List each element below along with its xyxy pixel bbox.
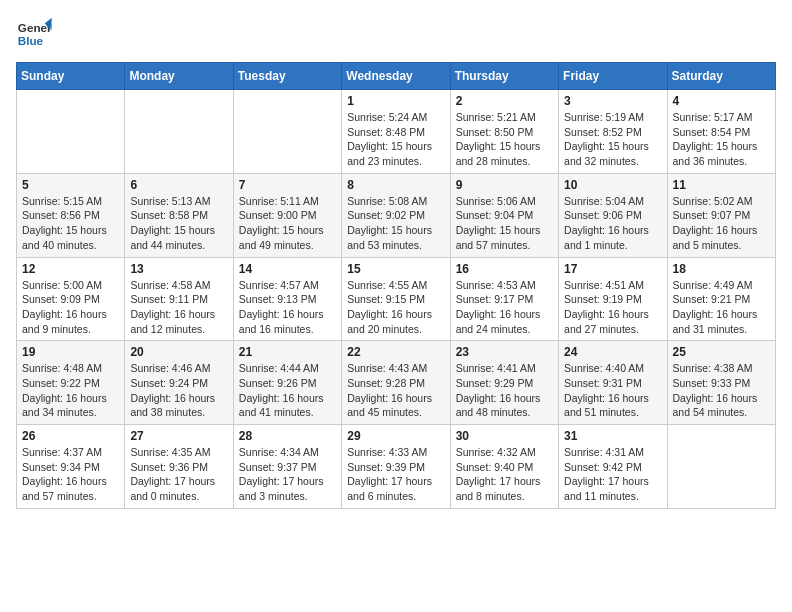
day-of-week-header: Monday	[125, 63, 233, 90]
day-info: Sunrise: 5:17 AM Sunset: 8:54 PM Dayligh…	[673, 110, 770, 169]
calendar-day-cell: 13Sunrise: 4:58 AM Sunset: 9:11 PM Dayli…	[125, 257, 233, 341]
calendar-day-cell: 2Sunrise: 5:21 AM Sunset: 8:50 PM Daylig…	[450, 90, 558, 174]
calendar-day-cell: 31Sunrise: 4:31 AM Sunset: 9:42 PM Dayli…	[559, 425, 667, 509]
day-number: 28	[239, 429, 336, 443]
day-info: Sunrise: 5:06 AM Sunset: 9:04 PM Dayligh…	[456, 194, 553, 253]
day-number: 16	[456, 262, 553, 276]
day-info: Sunrise: 4:40 AM Sunset: 9:31 PM Dayligh…	[564, 361, 661, 420]
day-info: Sunrise: 4:41 AM Sunset: 9:29 PM Dayligh…	[456, 361, 553, 420]
day-info: Sunrise: 5:24 AM Sunset: 8:48 PM Dayligh…	[347, 110, 444, 169]
day-info: Sunrise: 4:48 AM Sunset: 9:22 PM Dayligh…	[22, 361, 119, 420]
day-info: Sunrise: 4:38 AM Sunset: 9:33 PM Dayligh…	[673, 361, 770, 420]
calendar-day-cell: 24Sunrise: 4:40 AM Sunset: 9:31 PM Dayli…	[559, 341, 667, 425]
day-info: Sunrise: 4:55 AM Sunset: 9:15 PM Dayligh…	[347, 278, 444, 337]
calendar-day-cell: 27Sunrise: 4:35 AM Sunset: 9:36 PM Dayli…	[125, 425, 233, 509]
calendar-day-cell: 4Sunrise: 5:17 AM Sunset: 8:54 PM Daylig…	[667, 90, 775, 174]
day-info: Sunrise: 5:13 AM Sunset: 8:58 PM Dayligh…	[130, 194, 227, 253]
calendar-day-cell: 12Sunrise: 5:00 AM Sunset: 9:09 PM Dayli…	[17, 257, 125, 341]
day-number: 18	[673, 262, 770, 276]
calendar-day-cell	[667, 425, 775, 509]
calendar-day-cell	[125, 90, 233, 174]
logo-icon: General Blue	[16, 16, 52, 52]
day-number: 24	[564, 345, 661, 359]
calendar-week-row: 1Sunrise: 5:24 AM Sunset: 8:48 PM Daylig…	[17, 90, 776, 174]
calendar-day-cell: 23Sunrise: 4:41 AM Sunset: 9:29 PM Dayli…	[450, 341, 558, 425]
day-number: 22	[347, 345, 444, 359]
day-number: 30	[456, 429, 553, 443]
day-info: Sunrise: 4:35 AM Sunset: 9:36 PM Dayligh…	[130, 445, 227, 504]
day-info: Sunrise: 5:15 AM Sunset: 8:56 PM Dayligh…	[22, 194, 119, 253]
calendar-week-row: 26Sunrise: 4:37 AM Sunset: 9:34 PM Dayli…	[17, 425, 776, 509]
calendar-day-cell: 25Sunrise: 4:38 AM Sunset: 9:33 PM Dayli…	[667, 341, 775, 425]
day-info: Sunrise: 5:02 AM Sunset: 9:07 PM Dayligh…	[673, 194, 770, 253]
day-info: Sunrise: 4:44 AM Sunset: 9:26 PM Dayligh…	[239, 361, 336, 420]
day-of-week-header: Wednesday	[342, 63, 450, 90]
day-of-week-header: Tuesday	[233, 63, 341, 90]
day-number: 2	[456, 94, 553, 108]
calendar-body: 1Sunrise: 5:24 AM Sunset: 8:48 PM Daylig…	[17, 90, 776, 509]
calendar-week-row: 5Sunrise: 5:15 AM Sunset: 8:56 PM Daylig…	[17, 173, 776, 257]
calendar-day-cell: 11Sunrise: 5:02 AM Sunset: 9:07 PM Dayli…	[667, 173, 775, 257]
day-number: 7	[239, 178, 336, 192]
day-info: Sunrise: 4:32 AM Sunset: 9:40 PM Dayligh…	[456, 445, 553, 504]
day-info: Sunrise: 5:19 AM Sunset: 8:52 PM Dayligh…	[564, 110, 661, 169]
day-info: Sunrise: 5:00 AM Sunset: 9:09 PM Dayligh…	[22, 278, 119, 337]
day-of-week-header: Sunday	[17, 63, 125, 90]
day-info: Sunrise: 4:31 AM Sunset: 9:42 PM Dayligh…	[564, 445, 661, 504]
calendar-day-cell: 20Sunrise: 4:46 AM Sunset: 9:24 PM Dayli…	[125, 341, 233, 425]
day-number: 8	[347, 178, 444, 192]
day-number: 20	[130, 345, 227, 359]
logo: General Blue	[16, 16, 52, 52]
calendar-day-cell: 14Sunrise: 4:57 AM Sunset: 9:13 PM Dayli…	[233, 257, 341, 341]
page-header: General Blue	[16, 16, 776, 52]
calendar-day-cell: 5Sunrise: 5:15 AM Sunset: 8:56 PM Daylig…	[17, 173, 125, 257]
day-number: 6	[130, 178, 227, 192]
day-number: 19	[22, 345, 119, 359]
calendar-day-cell: 6Sunrise: 5:13 AM Sunset: 8:58 PM Daylig…	[125, 173, 233, 257]
calendar-day-cell: 26Sunrise: 4:37 AM Sunset: 9:34 PM Dayli…	[17, 425, 125, 509]
day-number: 31	[564, 429, 661, 443]
calendar-day-cell: 30Sunrise: 4:32 AM Sunset: 9:40 PM Dayli…	[450, 425, 558, 509]
day-number: 12	[22, 262, 119, 276]
calendar-day-cell: 19Sunrise: 4:48 AM Sunset: 9:22 PM Dayli…	[17, 341, 125, 425]
day-number: 25	[673, 345, 770, 359]
day-number: 21	[239, 345, 336, 359]
calendar-day-cell: 21Sunrise: 4:44 AM Sunset: 9:26 PM Dayli…	[233, 341, 341, 425]
calendar-header-row: SundayMondayTuesdayWednesdayThursdayFrid…	[17, 63, 776, 90]
day-info: Sunrise: 4:53 AM Sunset: 9:17 PM Dayligh…	[456, 278, 553, 337]
day-number: 1	[347, 94, 444, 108]
calendar-day-cell: 29Sunrise: 4:33 AM Sunset: 9:39 PM Dayli…	[342, 425, 450, 509]
day-number: 3	[564, 94, 661, 108]
day-number: 15	[347, 262, 444, 276]
calendar-day-cell: 1Sunrise: 5:24 AM Sunset: 8:48 PM Daylig…	[342, 90, 450, 174]
calendar-day-cell: 22Sunrise: 4:43 AM Sunset: 9:28 PM Dayli…	[342, 341, 450, 425]
day-info: Sunrise: 4:57 AM Sunset: 9:13 PM Dayligh…	[239, 278, 336, 337]
calendar-day-cell: 10Sunrise: 5:04 AM Sunset: 9:06 PM Dayli…	[559, 173, 667, 257]
calendar-day-cell: 16Sunrise: 4:53 AM Sunset: 9:17 PM Dayli…	[450, 257, 558, 341]
day-info: Sunrise: 5:11 AM Sunset: 9:00 PM Dayligh…	[239, 194, 336, 253]
day-number: 13	[130, 262, 227, 276]
day-number: 14	[239, 262, 336, 276]
svg-text:Blue: Blue	[18, 34, 44, 47]
day-info: Sunrise: 5:04 AM Sunset: 9:06 PM Dayligh…	[564, 194, 661, 253]
day-info: Sunrise: 5:08 AM Sunset: 9:02 PM Dayligh…	[347, 194, 444, 253]
day-number: 17	[564, 262, 661, 276]
day-number: 29	[347, 429, 444, 443]
calendar-week-row: 19Sunrise: 4:48 AM Sunset: 9:22 PM Dayli…	[17, 341, 776, 425]
day-number: 5	[22, 178, 119, 192]
day-number: 9	[456, 178, 553, 192]
day-info: Sunrise: 5:21 AM Sunset: 8:50 PM Dayligh…	[456, 110, 553, 169]
day-info: Sunrise: 4:51 AM Sunset: 9:19 PM Dayligh…	[564, 278, 661, 337]
day-number: 4	[673, 94, 770, 108]
calendar-day-cell: 15Sunrise: 4:55 AM Sunset: 9:15 PM Dayli…	[342, 257, 450, 341]
day-info: Sunrise: 4:49 AM Sunset: 9:21 PM Dayligh…	[673, 278, 770, 337]
calendar-day-cell: 9Sunrise: 5:06 AM Sunset: 9:04 PM Daylig…	[450, 173, 558, 257]
day-info: Sunrise: 4:46 AM Sunset: 9:24 PM Dayligh…	[130, 361, 227, 420]
calendar-day-cell: 17Sunrise: 4:51 AM Sunset: 9:19 PM Dayli…	[559, 257, 667, 341]
day-of-week-header: Thursday	[450, 63, 558, 90]
day-info: Sunrise: 4:33 AM Sunset: 9:39 PM Dayligh…	[347, 445, 444, 504]
calendar-day-cell: 3Sunrise: 5:19 AM Sunset: 8:52 PM Daylig…	[559, 90, 667, 174]
calendar-day-cell: 28Sunrise: 4:34 AM Sunset: 9:37 PM Dayli…	[233, 425, 341, 509]
calendar-day-cell: 18Sunrise: 4:49 AM Sunset: 9:21 PM Dayli…	[667, 257, 775, 341]
calendar-day-cell	[17, 90, 125, 174]
